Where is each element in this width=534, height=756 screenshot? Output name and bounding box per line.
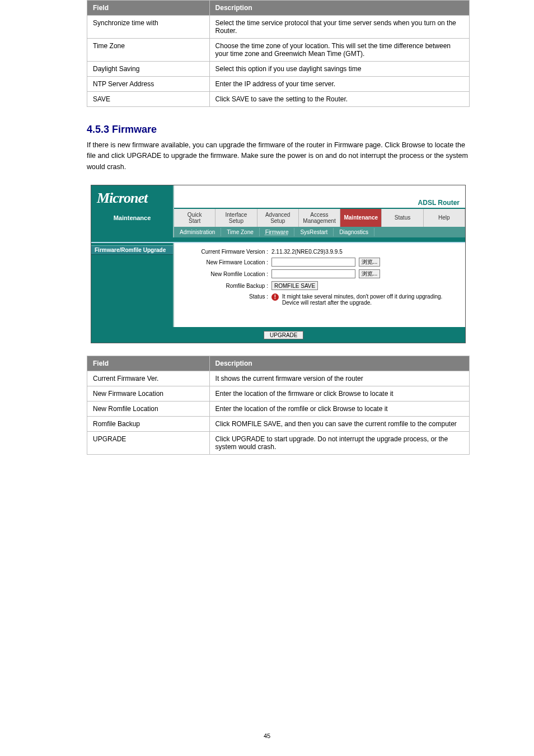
desc-cell: Enter the IP address of your time server…	[209, 77, 469, 92]
subtab-diagnostics[interactable]: Diagnostics	[334, 228, 374, 236]
table-row: New Romfile LocationEnter the location o…	[87, 402, 470, 417]
subtab-administration[interactable]: Administration	[174, 228, 221, 236]
new-firmware-input[interactable]	[271, 258, 355, 267]
desc-cell: Enter the location of the romfile or cli…	[209, 402, 469, 417]
sub-tabs: AdministrationTime ZoneFirmwareSysRestar…	[174, 227, 465, 237]
content-sidebar: Firmware/Romfile Upgrade	[91, 243, 174, 327]
page-number: 45	[0, 732, 534, 739]
content-main: Current Firmware Version : 2.11.32.2(NRE…	[174, 243, 465, 327]
desc-cell: Enter the location of the firmware or cl…	[209, 386, 469, 402]
table-row: Daylight SavingSelect this option if you…	[87, 62, 470, 77]
desc-cell: Select this option if you use daylight s…	[209, 62, 469, 77]
desc-cell: It shows the current firmware version of…	[209, 371, 469, 386]
subtab-time-zone[interactable]: Time Zone	[221, 228, 259, 236]
brand-logo: Micronet	[97, 190, 147, 206]
status-label: Status :	[182, 293, 271, 306]
section-paragraph: If there is new firmware available, you …	[87, 140, 470, 172]
main-tabs: QuickStartInterfaceSetupAdvancedSetupAcc…	[174, 209, 465, 227]
field-cell: Daylight Saving	[87, 62, 210, 77]
romfile-backup-label: Romfile Backup :	[182, 283, 271, 289]
sidebar-section-header: Firmware/Romfile Upgrade	[91, 245, 173, 255]
current-firmware-value: 2.11.32.2(NRE0.C29)3.9.9.5	[271, 249, 457, 255]
field-cell: Current Firmware Ver.	[87, 371, 210, 386]
field-cell: UPGRADE	[87, 432, 210, 455]
table-row: New Firmware LocationEnter the location …	[87, 386, 470, 402]
firmware-table: Field Description Current Firmware Ver.I…	[87, 356, 470, 455]
table-header-field: Field	[87, 356, 210, 371]
upgrade-button[interactable]: UPGRADE	[264, 331, 303, 339]
upgrade-bar: UPGRADE	[91, 327, 465, 343]
desc-cell: Click SAVE to save the setting to the Ro…	[209, 92, 469, 107]
tab-help[interactable]: Help	[424, 209, 465, 227]
table-row: Current Firmware Ver.It shows the curren…	[87, 371, 470, 386]
table-row: UPGRADEClick UPGRADE to start upgrade. D…	[87, 432, 470, 455]
table-header-description: Description	[209, 356, 469, 371]
side-label: Maintenance	[91, 209, 174, 227]
new-romfile-input[interactable]	[271, 269, 355, 278]
table-row: NTP Server AddressEnter the IP address o…	[87, 77, 470, 92]
tab-advanced-setup[interactable]: AdvancedSetup	[257, 209, 299, 227]
field-cell: NTP Server Address	[87, 77, 210, 92]
status-message: It might take several minutes, don't pow…	[282, 293, 457, 306]
new-romfile-label: New Romfile Location :	[182, 271, 271, 277]
firmware-screenshot: Micronet ADSL Router Maintenance QuickSt…	[91, 185, 466, 343]
browse-firmware-button[interactable]: 浏览...	[359, 258, 380, 267]
subtab-firmware[interactable]: Firmware	[260, 228, 295, 236]
section-title: 4.5.3 Firmware	[87, 124, 470, 136]
brand-logo-cell: Micronet	[91, 185, 174, 209]
current-firmware-label: Current Firmware Version :	[182, 249, 271, 255]
table-header-field: Field	[87, 1, 210, 16]
table-header-description: Description	[209, 1, 469, 16]
field-cell: Time Zone	[87, 39, 210, 62]
info-icon: !	[271, 293, 279, 301]
desc-cell: Click UPGRADE to start upgrade. Do not i…	[209, 432, 469, 455]
tab-access-management[interactable]: AccessManagement	[299, 209, 340, 227]
browse-romfile-button[interactable]: 浏览...	[359, 269, 380, 278]
tab-quick-start[interactable]: QuickStart	[174, 209, 216, 227]
device-brand: ADSL Router	[174, 185, 465, 209]
table-row: Synchronize time withSelect the time ser…	[87, 16, 470, 39]
desc-cell: Click ROMFILE SAVE, and then you can sav…	[209, 417, 469, 432]
separator-bar	[91, 237, 465, 243]
table-row: SAVEClick SAVE to save the setting to th…	[87, 92, 470, 107]
subtab-sysrestart[interactable]: SysRestart	[294, 228, 334, 236]
field-cell: New Romfile Location	[87, 402, 210, 417]
table-row: Romfile BackupClick ROMFILE SAVE, and th…	[87, 417, 470, 432]
field-cell: Synchronize time with	[87, 16, 210, 39]
field-cell: New Firmware Location	[87, 386, 210, 402]
tab-interface-setup[interactable]: InterfaceSetup	[216, 209, 257, 227]
field-cell: Romfile Backup	[87, 417, 210, 432]
tab-maintenance[interactable]: Maintenance	[340, 209, 382, 227]
desc-cell: Select the time service protocol that yo…	[209, 16, 469, 39]
time-settings-table: Field Description Synchronize time withS…	[87, 0, 470, 107]
tab-status[interactable]: Status	[382, 209, 423, 227]
new-firmware-label: New Firmware Location :	[182, 259, 271, 265]
field-cell: SAVE	[87, 92, 210, 107]
romfile-save-button[interactable]: ROMFILE SAVE	[271, 281, 318, 290]
side-spacer	[91, 227, 174, 237]
desc-cell: Choose the time zone of your location. T…	[209, 39, 469, 62]
table-row: Time ZoneChoose the time zone of your lo…	[87, 39, 470, 62]
